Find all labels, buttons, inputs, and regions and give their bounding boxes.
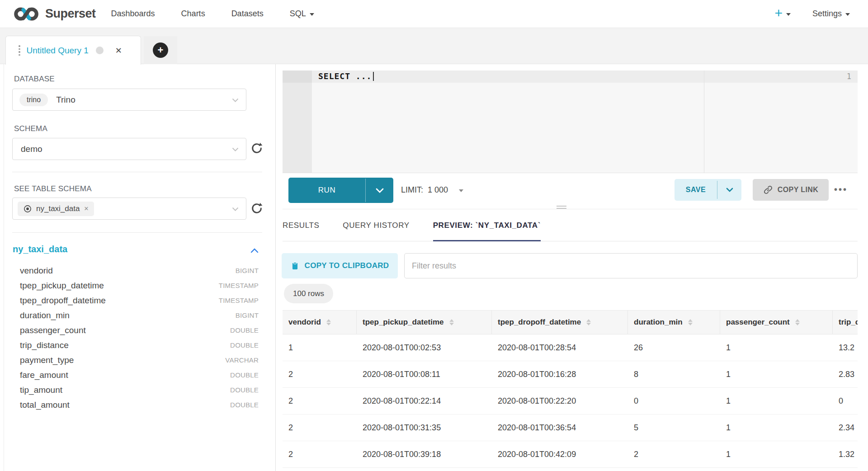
cell: 1	[720, 396, 833, 406]
nav-item-sql[interactable]: SQL	[290, 9, 314, 19]
database-select[interactable]: trino Trino	[12, 89, 246, 111]
cell: 2020-08-01T00:22:14	[357, 396, 492, 406]
column-type: DOUBLE	[230, 326, 259, 334]
database-engine-tag: trino	[19, 94, 48, 106]
clipboard-icon	[291, 261, 299, 271]
query-tab-active[interactable]: Untitled Query 1 ✕	[5, 36, 141, 65]
header-label: duration_min	[634, 318, 683, 327]
table-row: 1 2020-08-01T00:02:53 2020-08-01T00:28:5…	[283, 334, 858, 361]
column-header-pickup[interactable]: tpep_pickup_datetime	[357, 311, 492, 334]
limit-label: LIMIT:	[401, 185, 423, 195]
header-label: tpep_pickup_datetime	[363, 318, 444, 327]
table-row: 2 2020-08-01T00:39:18 2020-08-01T00:42:0…	[283, 441, 858, 468]
refresh-schemas-button[interactable]	[250, 141, 265, 156]
tab-query-history[interactable]: QUERY HISTORY	[343, 210, 409, 241]
sidebar-divider	[12, 232, 262, 233]
selected-table-tag: ny_taxi_data ✕	[18, 202, 94, 216]
remove-table-icon[interactable]: ✕	[84, 205, 89, 212]
cell: 1	[720, 450, 833, 459]
caret-down-icon	[786, 13, 791, 16]
limit-control[interactable]: LIMIT: 1 000	[401, 185, 463, 195]
sort-icon	[688, 319, 693, 325]
tab-results-label: RESULTS	[283, 221, 319, 230]
table-header-row: vendorid tpep_pickup_datetime tpep_dropo…	[283, 310, 858, 334]
column-name: tpep_dropoff_datetime	[20, 296, 106, 306]
column-name: vendorid	[20, 266, 53, 276]
sql-editor[interactable]: 1 SELECT ...	[283, 71, 858, 173]
schema-select[interactable]: demo	[12, 138, 246, 160]
column-name: tip_amount	[20, 385, 62, 395]
header-label: passenger_count	[726, 318, 790, 327]
sidebar-main-divider[interactable]	[275, 64, 276, 471]
column-type: BIGINT	[236, 267, 259, 274]
column-name: tpep_pickup_datetime	[20, 281, 104, 291]
see-table-schema-label: SEE TABLE SCHEMA	[14, 184, 92, 193]
close-tab-icon[interactable]: ✕	[115, 46, 122, 56]
link-icon	[763, 185, 773, 195]
navbar-right: + Settings	[774, 8, 850, 20]
tab-query-history-label: QUERY HISTORY	[343, 221, 409, 230]
cell: 2020-08-01T00:22:20	[492, 396, 628, 406]
schema-column-row: vendorid BIGINT	[20, 263, 259, 278]
cell: 2	[283, 396, 357, 406]
column-type: TIMESTAMP	[219, 297, 259, 304]
copy-to-clipboard-button[interactable]: COPY TO CLIPBOARD	[282, 253, 398, 278]
cell: 2	[628, 450, 720, 459]
column-header-trip-distance[interactable]: trip_distance	[833, 311, 858, 334]
save-options-button[interactable]	[717, 179, 741, 201]
cell: 2020-08-01T00:02:53	[357, 343, 492, 353]
brand-name: Superset	[45, 7, 96, 21]
tab-preview[interactable]: PREVIEW: `NY_TAXI_DATA`	[433, 210, 541, 241]
editor-code-line[interactable]: SELECT ...	[318, 71, 374, 81]
table-select[interactable]: ny_taxi_data ✕	[12, 198, 246, 220]
sql-text: SELECT ...	[318, 71, 372, 81]
preview-table: vendorid tpep_pickup_datetime tpep_dropo…	[283, 310, 858, 468]
settings-menu[interactable]: Settings	[812, 9, 850, 19]
collapse-table-icon[interactable]	[250, 247, 259, 255]
column-header-duration[interactable]: duration_min	[628, 311, 720, 334]
cell: 1	[720, 343, 833, 353]
save-label: SAVE	[675, 179, 717, 201]
column-type: TIMESTAMP	[219, 282, 259, 289]
cell: 1	[283, 343, 357, 353]
caret-down-icon	[310, 13, 314, 16]
schema-value: demo	[21, 144, 42, 154]
add-query-tab-button[interactable]: +	[153, 42, 168, 58]
nav-item-datasets[interactable]: Datasets	[231, 9, 264, 19]
run-options-button[interactable]	[366, 178, 393, 203]
drag-grip-icon[interactable]	[19, 45, 20, 56]
editor-gutter-active-cell	[283, 71, 312, 83]
cell: 2020-08-01T00:16:28	[492, 370, 628, 379]
cell: 2020-08-01T00:31:35	[357, 423, 492, 433]
database-label: DATABASE	[14, 75, 55, 84]
tab-results[interactable]: RESULTS	[283, 210, 319, 241]
schema-column-row: tip_amount DOUBLE	[20, 382, 259, 397]
superset-logo[interactable]: Superset	[13, 5, 96, 23]
column-name: total_amount	[20, 400, 70, 410]
pane-resize-handle[interactable]	[557, 206, 566, 210]
column-header-vendorid[interactable]: vendorid	[283, 311, 357, 334]
nav-item-dashboards[interactable]: Dashboards	[111, 9, 155, 19]
column-header-dropoff[interactable]: tpep_dropoff_datetime	[492, 311, 628, 334]
cell: 26	[628, 343, 720, 353]
nav-item-charts[interactable]: Charts	[181, 9, 205, 19]
column-type: DOUBLE	[230, 341, 259, 349]
save-button[interactable]: SAVE	[675, 179, 741, 201]
column-header-passenger-count[interactable]: passenger_count	[720, 311, 833, 334]
more-actions-button[interactable]: •••	[834, 184, 848, 195]
chevron-down-icon	[726, 188, 733, 192]
cell: 2020-08-01T00:42:09	[492, 450, 628, 459]
superset-sql-lab: Superset Dashboards Charts Datasets SQL …	[0, 0, 868, 471]
schema-column-row: trip_distance DOUBLE	[20, 338, 259, 353]
filter-results-input[interactable]	[404, 253, 858, 278]
copy-link-button[interactable]: COPY LINK	[753, 179, 829, 201]
refresh-tables-button[interactable]	[250, 201, 265, 217]
run-button[interactable]: RUN	[288, 178, 393, 203]
schema-column-row: payment_type VARCHAR	[20, 353, 259, 367]
editor-print-margin	[704, 71, 704, 173]
new-item-menu[interactable]: +	[774, 8, 791, 20]
schema-column-row: duration_min BIGINT	[20, 308, 259, 323]
sort-icon	[586, 319, 591, 325]
schema-column-row: fare_amount DOUBLE	[20, 367, 259, 382]
eye-icon	[23, 204, 32, 213]
